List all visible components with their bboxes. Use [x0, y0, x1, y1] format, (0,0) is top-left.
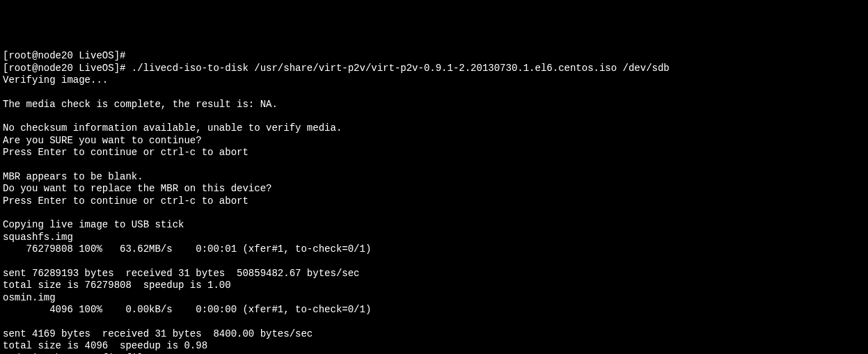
terminal-output[interactable]: [root@node20 LiveOS]#[root@node20 LiveOS… [3, 50, 865, 354]
terminal-line: Are you SURE you want to continue? [3, 135, 865, 147]
terminal-line: squashfs.img [3, 232, 865, 244]
terminal-line [3, 256, 865, 268]
terminal-line: Verifying image... [3, 74, 865, 87]
terminal-line: [root@node20 LiveOS]# ./livecd-iso-to-di… [3, 63, 865, 75]
terminal-line: Copying live image to USB stick [3, 219, 865, 232]
terminal-line [3, 87, 865, 99]
terminal-line: [root@node20 LiveOS]# [3, 50, 865, 63]
terminal-line [3, 159, 865, 171]
terminal-line: Press Enter to continue or ctrl-c to abo… [3, 147, 865, 159]
terminal-line [3, 316, 865, 328]
terminal-line [3, 111, 865, 122]
terminal-line: total size is 4096 speedup is 0.98 [3, 340, 865, 353]
terminal-line: 76279808 100% 63.62MB/s 0:00:01 (xfer#1,… [3, 243, 865, 256]
terminal-line: The media check is complete, the result … [3, 99, 865, 111]
terminal-line: sent 4169 bytes received 31 bytes 8400.0… [3, 328, 865, 341]
terminal-line: 4096 100% 0.00kB/s 0:00:00 (xfer#1, to-c… [3, 304, 865, 316]
terminal-line: Press Enter to continue or ctrl-c to abo… [3, 195, 865, 208]
terminal-line: sent 76289193 bytes received 31 bytes 50… [3, 268, 865, 280]
terminal-line: total size is 76279808 speedup is 1.00 [3, 280, 865, 292]
terminal-line [3, 207, 865, 219]
terminal-line: No checksum information available, unabl… [3, 122, 865, 135]
terminal-line: Do you want to replace the MBR on this d… [3, 183, 865, 195]
terminal-line: MBR appears to be blank. [3, 171, 865, 184]
terminal-line: osmin.img [3, 292, 865, 305]
